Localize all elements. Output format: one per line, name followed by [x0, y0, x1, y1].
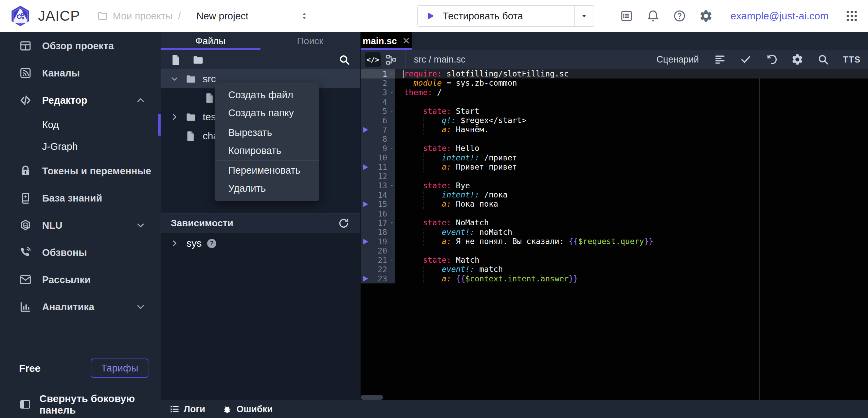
logs-tab[interactable]: Логи — [169, 404, 205, 415]
errors-tab[interactable]: Ошибки — [222, 404, 273, 415]
breadcrumb[interactable]: Мои проекты / — [97, 11, 181, 22]
sidebar-item-jgraph[interactable]: J-Graph — [0, 136, 161, 157]
collapse-sidebar-button[interactable]: Свернуть боковую панель — [0, 394, 161, 418]
code-area[interactable]: 1require: slotfilling/slotFilling.sc2 mo… — [361, 69, 868, 400]
chevron-down-icon[interactable] — [135, 302, 146, 312]
fold-arrow-icon[interactable] — [388, 90, 395, 95]
code-line[interactable]: 19 a: Я не понял. Вы сказали: {{$request… — [361, 237, 868, 246]
account-email-link[interactable]: example@just-ai.com — [730, 10, 829, 22]
code-line[interactable]: 3theme: / — [361, 88, 868, 97]
tab-files[interactable]: Файлы — [161, 32, 260, 50]
menu-item-copy[interactable]: Копировать — [215, 142, 319, 160]
code-line[interactable]: 11 a: Привет привет — [361, 162, 868, 172]
code-line[interactable]: 16 — [361, 209, 868, 218]
notifications-button[interactable] — [646, 8, 661, 23]
code-token: noMatch — [475, 228, 512, 237]
code-line[interactable]: 17 state: NoMatch — [361, 218, 868, 227]
code-view-button[interactable]: </> — [365, 52, 381, 67]
chevron-right-icon[interactable] — [170, 112, 180, 121]
new-folder-button[interactable] — [192, 54, 204, 66]
file-panel: ФайлыПоиск srcmain.sctestchatbot — [161, 32, 360, 400]
run-state-button[interactable] — [361, 127, 371, 133]
code-line[interactable]: 20 — [361, 246, 868, 255]
close-icon[interactable]: ✕ — [402, 36, 410, 46]
menu-item-cut[interactable]: Вырезать — [215, 124, 319, 142]
test-bot-button[interactable]: Тестировать бота — [418, 6, 574, 26]
chevron-down-icon[interactable] — [170, 74, 180, 83]
run-state-button[interactable] — [361, 276, 371, 281]
sidebar-item-channels[interactable]: Каналы — [0, 59, 161, 87]
settings-button[interactable] — [699, 8, 713, 23]
format-button[interactable] — [714, 53, 727, 66]
menu-item-rename[interactable]: Переименовать — [215, 161, 319, 179]
code-line[interactable]: 12 — [361, 172, 868, 181]
code-line[interactable]: 21 state: Match — [361, 256, 868, 265]
sidebar-item-calls[interactable]: Обзвоны — [0, 239, 161, 266]
run-state-button[interactable] — [361, 164, 371, 170]
help-button[interactable] — [672, 8, 687, 23]
editor-tab-main-sc[interactable]: main.sc ✕ — [361, 32, 412, 50]
chevron-up-icon[interactable] — [135, 95, 146, 105]
tree-search-button[interactable] — [338, 54, 350, 66]
code-line[interactable]: 10 intent!: /привет — [361, 153, 868, 162]
project-name[interactable]: New project — [196, 11, 248, 22]
sidebar-item-code[interactable]: Код — [0, 114, 161, 136]
sidebar-item-editor[interactable]: Редактор — [0, 87, 161, 114]
sidebar-item-knowledge[interactable]: База знаний — [0, 185, 161, 212]
dependency-row-sys[interactable]: sys? — [161, 233, 360, 254]
sidebar-item-analytics[interactable]: Аналитика — [0, 293, 161, 320]
test-bot-dropdown[interactable] — [574, 6, 594, 26]
code-line[interactable]: 14 intent!: /пока — [361, 190, 868, 199]
run-state-button[interactable] — [361, 202, 371, 207]
graph-view-button[interactable] — [383, 52, 399, 67]
run-state-button[interactable] — [361, 239, 371, 244]
code-line[interactable]: 4 — [361, 97, 868, 106]
deploy-log-button[interactable] — [619, 8, 634, 23]
code-line[interactable]: 22 event!: match — [361, 265, 868, 274]
fold-arrow-icon[interactable] — [388, 146, 395, 151]
chevron-right-icon[interactable] — [170, 239, 180, 248]
horizontal-scrollbar-thumb[interactable] — [361, 395, 383, 400]
editor-settings-button[interactable] — [791, 53, 804, 66]
code-token: state: — [423, 218, 451, 227]
code-line[interactable]: 18 event!: noMatch — [361, 228, 868, 237]
project-switcher-icon[interactable] — [299, 11, 309, 21]
code-line[interactable]: 9 state: Hello — [361, 144, 868, 153]
code-line[interactable]: 5 state: Start — [361, 107, 868, 116]
fold-arrow-icon[interactable] — [388, 71, 395, 76]
gutter: 14 — [361, 190, 395, 199]
code-line[interactable]: 1require: slotfilling/slotFilling.sc — [361, 69, 868, 79]
code-line[interactable]: 7 a: Начнём. — [361, 125, 868, 134]
fold-arrow-icon[interactable] — [388, 220, 395, 225]
fold-arrow-icon[interactable] — [388, 183, 395, 188]
refresh-dependencies-button[interactable] — [338, 217, 350, 229]
fold-arrow-icon[interactable] — [388, 258, 395, 263]
collapse-sidebar-label: Свернуть боковую панель — [39, 393, 161, 416]
undo-button[interactable] — [765, 53, 778, 66]
chevron-down-icon[interactable] — [135, 220, 146, 230]
menu-item-create-folder[interactable]: Создать папку — [215, 104, 319, 122]
sidebar-item-campaigns[interactable]: Рассылки — [0, 266, 161, 293]
code-line[interactable]: 15 a: Пока пока — [361, 199, 868, 209]
fold-arrow-icon[interactable] — [388, 109, 395, 114]
help-badge[interactable]: ? — [207, 239, 216, 248]
apps-menu-button[interactable] — [844, 8, 859, 23]
code-line[interactable]: 6 q!: $regex</start> — [361, 116, 868, 125]
menu-item-create-file[interactable]: Создать файл — [215, 86, 319, 104]
code-line[interactable]: 23 a: {{$context.intent.answer}} — [361, 274, 868, 283]
code-token: state: — [423, 107, 451, 116]
sidebar-item-nlu[interactable]: NLU — [0, 212, 161, 239]
tts-toggle[interactable]: TTS — [843, 54, 861, 65]
tab-search[interactable]: Поиск — [260, 32, 360, 50]
menu-item-delete[interactable]: Удалить — [215, 179, 319, 197]
code-line[interactable]: 8 — [361, 135, 868, 144]
sidebar-item-tokens[interactable]: Токены и переменные — [0, 157, 161, 185]
new-file-button[interactable] — [170, 54, 182, 66]
validate-button[interactable] — [740, 53, 753, 66]
code-line[interactable]: 2 module = sys.zb-common — [361, 79, 868, 88]
test-bot-split-button[interactable]: Тестировать бота — [417, 5, 594, 27]
editor-search-button[interactable] — [817, 53, 830, 66]
tariffs-button[interactable]: Тарифы — [91, 359, 148, 378]
sidebar-item-overview[interactable]: Обзор проекта — [0, 32, 161, 59]
code-line[interactable]: 13 state: Bye — [361, 181, 868, 190]
